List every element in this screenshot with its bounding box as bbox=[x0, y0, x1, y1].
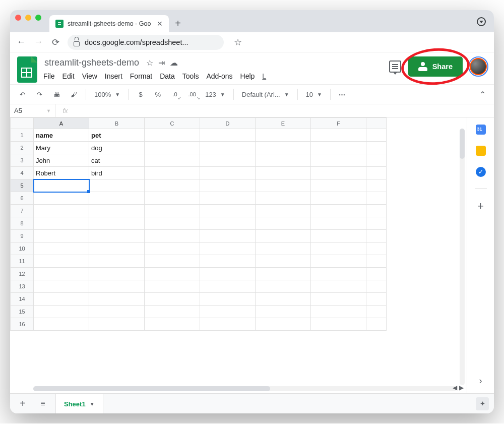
star-doc-icon[interactable]: ☆ bbox=[146, 58, 153, 68]
cell[interactable] bbox=[145, 230, 200, 242]
cell[interactable] bbox=[145, 306, 200, 318]
cell[interactable] bbox=[145, 242, 200, 255]
menu-file[interactable]: File bbox=[43, 72, 55, 80]
cell[interactable] bbox=[311, 142, 366, 154]
maximize-window-icon[interactable] bbox=[35, 15, 41, 21]
menu-tools[interactable]: Tools bbox=[182, 72, 199, 80]
column-header[interactable]: F bbox=[311, 118, 366, 129]
explore-button[interactable]: ✦ bbox=[476, 397, 489, 410]
cloud-status-icon[interactable]: ☁ bbox=[170, 58, 178, 68]
row-header[interactable]: 1 bbox=[11, 129, 34, 142]
cell[interactable] bbox=[89, 192, 145, 205]
row-header[interactable]: 9 bbox=[11, 230, 34, 242]
cell[interactable] bbox=[89, 179, 145, 192]
row-header[interactable]: 14 bbox=[11, 293, 34, 306]
column-header[interactable]: E bbox=[256, 118, 311, 129]
cell[interactable] bbox=[200, 255, 256, 268]
vertical-scrollbar[interactable] bbox=[460, 129, 465, 385]
currency-button[interactable]: $ bbox=[134, 87, 148, 101]
cell[interactable] bbox=[89, 217, 145, 230]
cell[interactable] bbox=[200, 242, 256, 255]
cell[interactable] bbox=[145, 280, 200, 293]
menu-addons[interactable]: Add-ons bbox=[206, 72, 232, 80]
cell[interactable] bbox=[256, 280, 311, 293]
cell[interactable] bbox=[311, 268, 366, 280]
cell[interactable] bbox=[34, 255, 89, 268]
column-header[interactable]: D bbox=[200, 118, 256, 129]
cell[interactable] bbox=[200, 167, 256, 179]
increase-decimal-button[interactable]: .00↘ bbox=[185, 87, 199, 101]
cell[interactable] bbox=[145, 217, 200, 230]
cell[interactable] bbox=[256, 306, 311, 318]
cell[interactable] bbox=[311, 129, 366, 142]
new-tab-button[interactable]: + bbox=[175, 18, 181, 32]
move-doc-icon[interactable]: ⇥ bbox=[158, 58, 165, 68]
cell[interactable]: name bbox=[34, 129, 89, 142]
row-header[interactable]: 7 bbox=[11, 205, 34, 217]
row-header[interactable]: 15 bbox=[11, 306, 34, 318]
cell[interactable] bbox=[200, 268, 256, 280]
close-tab-icon[interactable]: ✕ bbox=[157, 20, 163, 28]
cell[interactable] bbox=[89, 318, 145, 331]
menu-data[interactable]: Data bbox=[160, 72, 175, 80]
cell[interactable] bbox=[200, 192, 256, 205]
cell[interactable] bbox=[34, 280, 89, 293]
cell[interactable]: John bbox=[34, 154, 89, 167]
spreadsheet-grid[interactable]: ABCDEF1namepet2Marydog3Johncat4Robertbir… bbox=[10, 117, 467, 393]
cell[interactable] bbox=[145, 205, 200, 217]
add-addon-button[interactable]: + bbox=[477, 200, 484, 213]
cell[interactable] bbox=[311, 280, 366, 293]
cell[interactable] bbox=[89, 242, 145, 255]
cell[interactable] bbox=[256, 255, 311, 268]
cell[interactable] bbox=[34, 217, 89, 230]
percent-button[interactable]: % bbox=[151, 87, 165, 101]
row-header[interactable]: 8 bbox=[11, 217, 34, 230]
cell[interactable] bbox=[256, 318, 311, 331]
cell[interactable] bbox=[34, 306, 89, 318]
menu-edit[interactable]: Edit bbox=[62, 72, 75, 80]
cell[interactable] bbox=[200, 154, 256, 167]
menu-insert[interactable]: Insert bbox=[105, 72, 122, 80]
row-header[interactable]: 13 bbox=[11, 280, 34, 293]
paint-format-button[interactable]: 🖌 bbox=[67, 87, 81, 101]
cell[interactable] bbox=[34, 230, 89, 242]
cell[interactable] bbox=[256, 205, 311, 217]
cell[interactable] bbox=[200, 179, 256, 192]
cell[interactable] bbox=[34, 242, 89, 255]
menu-format[interactable]: Format bbox=[130, 72, 152, 80]
row-header[interactable]: 16 bbox=[11, 318, 34, 331]
cell[interactable] bbox=[89, 306, 145, 318]
omnibox[interactable]: docs.google.com/spreadsheet... bbox=[68, 35, 224, 50]
cell[interactable] bbox=[256, 142, 311, 154]
cell[interactable] bbox=[311, 154, 366, 167]
cell[interactable] bbox=[311, 230, 366, 242]
cell[interactable] bbox=[89, 255, 145, 268]
row-header[interactable]: 11 bbox=[11, 255, 34, 268]
cell[interactable]: Mary bbox=[34, 142, 89, 154]
print-button[interactable]: 🖶 bbox=[49, 87, 64, 101]
cell[interactable] bbox=[256, 242, 311, 255]
decrease-decimal-button[interactable]: .0↙ bbox=[168, 87, 182, 101]
column-header[interactable]: A bbox=[34, 118, 89, 129]
bookmark-star-icon[interactable]: ☆ bbox=[234, 37, 242, 48]
cell[interactable] bbox=[200, 217, 256, 230]
cell[interactable] bbox=[200, 142, 256, 154]
cell[interactable] bbox=[311, 318, 366, 331]
row-header[interactable]: 3 bbox=[11, 154, 34, 167]
font-select[interactable]: Default (Ari... ▼ bbox=[239, 91, 292, 98]
browser-menu-icon[interactable] bbox=[477, 17, 486, 26]
tasks-icon[interactable] bbox=[476, 167, 486, 177]
row-header[interactable]: 10 bbox=[11, 242, 34, 255]
cell[interactable] bbox=[311, 167, 366, 179]
cell[interactable] bbox=[256, 154, 311, 167]
number-format-select[interactable]: 123 ▼ bbox=[202, 91, 228, 98]
toolbar-more-button[interactable]: ⋯ bbox=[336, 87, 350, 101]
calendar-icon[interactable] bbox=[476, 125, 486, 135]
cell[interactable] bbox=[256, 230, 311, 242]
cell[interactable] bbox=[200, 318, 256, 331]
hide-side-panel-button[interactable]: › bbox=[479, 376, 482, 386]
cell[interactable] bbox=[256, 129, 311, 142]
back-button[interactable]: ← bbox=[16, 37, 26, 47]
formula-input[interactable] bbox=[76, 104, 494, 117]
cell[interactable] bbox=[256, 167, 311, 179]
